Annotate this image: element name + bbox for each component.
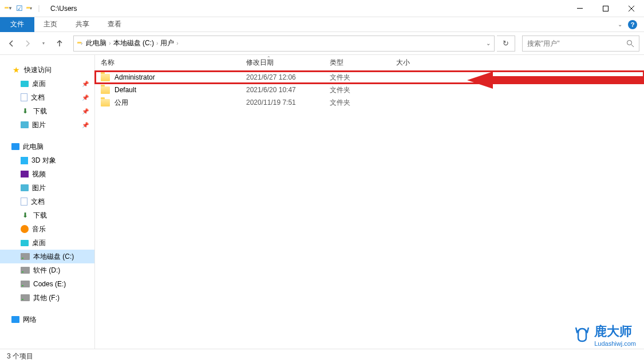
drive-icon (21, 294, 30, 301)
home-menu[interactable]: 主页 (34, 17, 66, 32)
watermark: 鹿大师 Ludashiwj.com (572, 323, 636, 347)
column-size[interactable]: 大小 (396, 58, 453, 68)
recent-dropdown[interactable]: ▾ (37, 37, 50, 50)
sidebar-drive-c[interactable]: 本地磁盘 (C:) (0, 250, 94, 263)
file-row[interactable]: Administrator 2021/6/27 12:06 文件夹 (95, 71, 644, 84)
svg-line-5 (631, 45, 634, 47)
sidebar-network-header[interactable]: 网络 (0, 313, 94, 326)
document-icon (21, 93, 27, 101)
crumb-drive[interactable]: 本地磁盘 (C:) (113, 38, 154, 48)
sidebar-documents2[interactable]: 文档 (0, 195, 94, 208)
menu-bar: 文件 主页 共享 查看 ⌄ ? (0, 17, 644, 32)
music-icon (21, 225, 29, 233)
svg-point-4 (627, 40, 632, 45)
window-title: C:\Users (46, 5, 77, 13)
arrow-right-icon (23, 39, 32, 48)
chevron-right-icon: › (81, 40, 82, 46)
sidebar-label: 网络 (23, 315, 37, 325)
sidebar-documents[interactable]: 文档📌 (0, 90, 94, 104)
address-dropdown-icon[interactable]: ⌄ (486, 40, 491, 46)
sidebar-pictures2[interactable]: 图片 (0, 181, 94, 195)
back-button[interactable] (5, 37, 18, 50)
column-type[interactable]: 类型 (330, 58, 396, 68)
folder-icon (101, 99, 110, 106)
network-icon (11, 316, 19, 323)
sidebar-drive-f[interactable]: 其他 (F:) (0, 291, 94, 305)
sidebar-3d[interactable]: 3D 对象 (0, 153, 94, 167)
sidebar-downloads2[interactable]: ⬇下载 (0, 208, 94, 222)
maximize-icon (603, 6, 609, 11)
search-icon (626, 40, 634, 48)
drive-icon (21, 281, 30, 287)
folder-icon (101, 74, 110, 81)
quick-checkbox-icon[interactable]: ☑ (16, 4, 23, 13)
crumb-folder[interactable]: 用户 (160, 38, 174, 48)
star-icon: ★ (11, 65, 21, 74)
folder-icon (101, 86, 110, 94)
sidebar-desktop2[interactable]: 桌面 (0, 236, 94, 250)
breadcrumb: 此电脑 › 本地磁盘 (C:) › 用户 › (86, 38, 178, 48)
document-icon (21, 198, 27, 206)
pin-icon: 📌 (82, 122, 89, 128)
address-bar[interactable]: › 此电脑 › 本地磁盘 (C:) › 用户 › ⌄ (73, 35, 495, 52)
file-menu[interactable]: 文件 (0, 17, 34, 32)
watermark-url: Ludashiwj.com (594, 340, 636, 347)
forward-button[interactable] (21, 37, 34, 50)
pin-icon: 📌 (82, 81, 89, 87)
help-icon[interactable]: ? (628, 20, 637, 29)
sidebar-downloads[interactable]: ⬇下载📌 (0, 104, 94, 118)
minimize-button[interactable] (567, 0, 592, 17)
content-pane: ⌃ 名称 修改日期 类型 大小 Administrator 2021/6/27 … (95, 55, 644, 349)
sort-indicator-icon: ⌃ (267, 56, 271, 61)
search-input[interactable] (527, 40, 626, 48)
pin-icon: 📌 (82, 94, 89, 101)
download-icon: ⬇ (21, 211, 30, 220)
sidebar-desktop[interactable]: 桌面📌 (0, 77, 94, 90)
arrow-up-icon (55, 39, 64, 48)
pin-icon: 📌 (82, 108, 89, 115)
share-menu[interactable]: 共享 (66, 17, 98, 32)
video-icon (21, 171, 29, 177)
sidebar-drive-e[interactable]: Codes (E:) (0, 277, 94, 291)
quick-dropdown-icon[interactable]: ▼ (8, 6, 13, 11)
chevron-right-icon: › (109, 40, 110, 46)
arrow-left-icon (7, 39, 16, 48)
sidebar: ★ 快速访问 桌面📌 文档📌 ⬇下载📌 图片📌 此电脑 3D 对象 视频 图片 … (0, 55, 95, 349)
expand-ribbon-icon[interactable]: ⌄ (618, 21, 622, 27)
deer-logo-icon (572, 325, 592, 345)
column-date[interactable]: 修改日期 (246, 58, 330, 68)
chevron-right-icon: › (176, 40, 178, 46)
nav-bar: ▾ › 此电脑 › 本地磁盘 (C:) › 用户 › ⌄ ↻ (0, 32, 644, 55)
sidebar-pictures[interactable]: 图片📌 (0, 118, 94, 132)
cube-icon (21, 157, 28, 164)
close-button[interactable] (618, 0, 644, 17)
desktop-icon (21, 240, 29, 246)
picture-icon (21, 121, 29, 128)
file-list: Administrator 2021/6/27 12:06 文件夹 Defaul… (95, 71, 644, 109)
sidebar-video[interactable]: 视频 (0, 167, 94, 181)
file-row[interactable]: 公用 2020/11/19 7:51 文件夹 (95, 96, 644, 109)
sidebar-quickaccess-header[interactable]: ★ 快速访问 (0, 63, 94, 77)
svg-rect-1 (603, 6, 608, 11)
drive-icon (21, 253, 30, 260)
drive-icon (21, 267, 30, 274)
minimize-icon (577, 8, 583, 9)
view-menu[interactable]: 查看 (98, 17, 131, 32)
chevron-right-icon: › (156, 40, 158, 46)
column-name[interactable]: 名称 (101, 58, 246, 68)
picture-icon (21, 184, 29, 191)
status-bar: 3 个项目 (0, 349, 644, 363)
file-row[interactable]: Default 2021/6/20 10:47 文件夹 (95, 84, 644, 96)
status-text: 3 个项目 (7, 352, 33, 361)
search-box[interactable] (522, 35, 639, 52)
sidebar-music[interactable]: 音乐 (0, 222, 94, 236)
refresh-button[interactable]: ↻ (497, 35, 515, 52)
up-button[interactable] (53, 37, 66, 50)
download-icon: ⬇ (21, 106, 30, 116)
sidebar-drive-d[interactable]: 软件 (D:) (0, 263, 94, 277)
sidebar-thispc-header[interactable]: 此电脑 (0, 140, 94, 153)
svg-rect-0 (577, 8, 583, 9)
crumb-pc[interactable]: 此电脑 (86, 38, 106, 48)
maximize-button[interactable] (592, 0, 618, 17)
close-icon (629, 6, 634, 11)
